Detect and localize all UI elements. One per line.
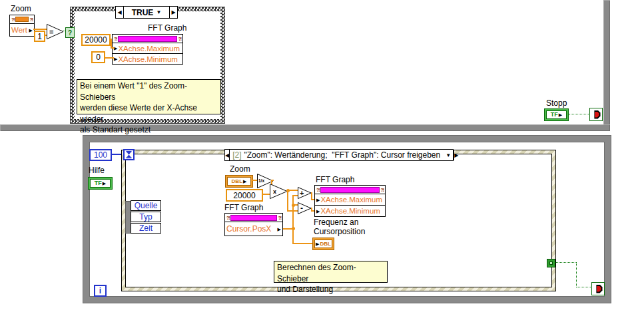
wire [287,191,288,212]
stop-sign-icon [594,285,603,293]
boolean-tunnel[interactable] [547,259,555,267]
fft-graph-label-cursor: FFT Graph [224,204,263,212]
zoom-terminal-label: Zoom [230,165,250,174]
add-node[interactable]: + [298,187,312,199]
labview-block-diagram: Zoom ?! ?! Wert ▶ 1 = ? ◀ TRUE ▼ ▶ FFT G… [0,0,644,332]
case-selector-header[interactable]: ◀ TRUE ▼ ▶ [115,6,178,19]
graph-reference-icon: ?! ?! [315,186,385,194]
frequenz-dbl-indicator[interactable]: ▶ DBL [312,238,334,250]
event-case-index: [2] [232,150,241,160]
case-prev-icon[interactable]: ◀ [116,7,124,18]
graph-reference-icon: ?! ?! [113,35,182,43]
fft-graph-axis-property-node[interactable]: ?! ?! ▶ XAchse.Maximum ▶ XAchse.Minimum [314,185,386,217]
constant-20000-event[interactable]: 20000 [226,189,263,202]
zoom-property-node[interactable]: ?! ?! Wert ▶ [9,15,35,37]
event-prev-icon[interactable]: ◀ [225,150,230,160]
slider-reference-icon: ?! ?! [10,15,34,24]
wire-stop [576,262,577,287]
event-data-quelle[interactable]: Quelle [131,200,161,211]
zoom-node-label: Zoom [11,5,31,13]
wire-stop [576,287,592,287]
event-timeout-terminal[interactable] [123,149,135,160]
case-next-icon[interactable]: ▶ [169,7,177,18]
property-xachse-maximum[interactable]: ▶ XAchse.Maximum [113,43,182,53]
input-arrow-icon: ▶ [316,198,320,202]
fft-graph-label-axis: FFT Graph [316,176,354,184]
event-case-title: "Zoom": Wertänderung; "FFT Graph": Curso… [244,150,441,160]
case-comment: Bei einem Wert "1" des Zoom-Schiebers we… [77,79,221,114]
stop-sign-icon [592,110,601,119]
hilfe-terminal[interactable]: TF ▶ [88,177,113,190]
multiply-node[interactable]: x [270,184,288,199]
subtract-node[interactable]: - [298,202,312,214]
output-arrow-icon: ▶ [243,179,246,184]
property-xachse-maximum[interactable]: ▶ XAchse.Maximum [315,194,385,205]
event-selector-header[interactable]: ◀ [2] "Zoom": Wertänderung; "FFT Graph":… [224,149,454,161]
constant-0-case[interactable]: 0 [91,51,105,63]
event-next-icon[interactable]: ▶ [454,150,458,160]
output-arrow-icon: ▶ [29,28,33,33]
output-arrow-icon: ▶ [103,181,106,186]
wire-stopp [569,114,590,114]
hourglass-icon [126,151,132,158]
property-wert[interactable]: Wert ▶ [10,24,34,36]
loop-condition-terminal-bottom[interactable] [591,282,605,295]
wire [292,196,294,229]
case-dropdown-icon[interactable]: ▼ [156,9,161,15]
property-xachse-minimum[interactable]: ▶ XAchse.Minimum [315,205,385,216]
wire-wert-to-equals [33,29,48,30]
loop-condition-terminal-top[interactable] [589,108,603,121]
wire-stop [555,262,577,263]
event-data-typ[interactable]: Typ [131,212,161,222]
wire [292,243,313,244]
fft-graph-label-case: FFT Graph [148,24,186,33]
constant-1[interactable]: 1 [34,31,45,42]
event-data-zeit[interactable]: Zeit [131,223,161,234]
graph-reference-icon: ?! ?! [225,214,282,222]
frequenz-label: Frequenz an Cursorposition [314,218,365,236]
stopp-label: Stopp [546,99,567,108]
constant-20000-case[interactable]: 20000 [81,34,111,46]
event-comment: Berechnen des Zoom-Schieber und Darstell… [274,261,388,283]
output-arrow-icon: ▶ [278,227,281,232]
property-cursor-posx[interactable]: Cursor.PosX ▶ [225,222,282,236]
wire-junction [292,227,295,230]
zoom-dbl-terminal[interactable]: DBL ▶ [225,175,253,188]
iteration-terminal[interactable]: i [94,285,107,297]
case-selector-value: TRUE [132,8,154,17]
timeout-constant-100[interactable]: 100 [89,149,112,161]
case-selector-terminal[interactable]: ? [65,27,75,38]
hilfe-label: Hilfe [89,166,105,175]
wire-junction [286,189,290,192]
wire [292,228,294,244]
property-xachse-minimum[interactable]: ▶ XAchse.Minimum [113,53,182,64]
input-arrow-icon: ▶ [316,242,319,246]
stopp-terminal[interactable]: TF ▶ [544,108,569,121]
event-dropdown-icon[interactable]: ▼ [446,152,451,158]
equals-node[interactable]: = [47,24,64,39]
input-arrow-icon: ▶ [114,57,117,61]
top-while-loop-right-border[interactable] [603,0,610,131]
cursor-posx-property-node[interactable]: ?! ?! Cursor.PosX ▶ [224,213,283,236]
input-arrow-icon: ▶ [316,209,320,214]
wire [105,57,114,59]
wire [111,47,115,49]
wire-junction [292,204,295,207]
output-arrow-icon: ▶ [559,112,562,117]
fft-graph-property-node-case[interactable]: ?! ?! ▶ XAchse.Maximum ▶ XAchse.Minimum [112,34,183,65]
